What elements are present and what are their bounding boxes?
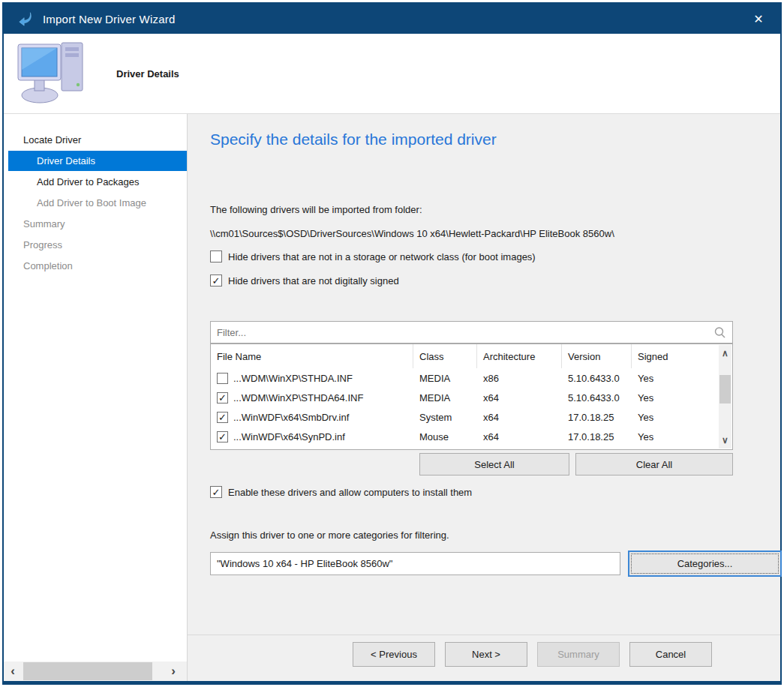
cell-signed: Yes <box>632 412 732 423</box>
hide-unsigned-checkbox[interactable] <box>210 274 222 286</box>
footer-divider <box>188 634 780 635</box>
scroll-up-icon[interactable]: ∧ <box>719 348 731 358</box>
sidebar-item-summary[interactable]: Summary <box>8 214 187 234</box>
table-row[interactable]: ...WinWDF\x64\SmbDrv.inf System x64 17.0… <box>211 407 732 427</box>
close-icon[interactable]: ✕ <box>746 4 771 34</box>
sidebar-horizontal-scrollbar[interactable]: ‹ › <box>4 662 187 681</box>
search-icon <box>713 326 726 339</box>
scrollbar-thumb[interactable] <box>23 662 152 680</box>
hide-storage-checkbox[interactable] <box>210 250 222 262</box>
column-class[interactable]: Class <box>413 344 477 368</box>
column-architecture[interactable]: Architecture <box>477 344 562 368</box>
computer-icon <box>14 40 98 106</box>
assign-categories-label: Assign this driver to one or more catego… <box>210 530 449 541</box>
cell-architecture: x64 <box>477 412 562 423</box>
cell-architecture: x86 <box>477 373 562 384</box>
sidebar-item-driver-details[interactable]: Driver Details <box>8 151 187 171</box>
category-field[interactable] <box>210 552 620 575</box>
cell-version: 5.10.6433.0 <box>562 373 632 384</box>
next-button[interactable]: Next > <box>445 642 527 667</box>
categories-button[interactable]: Categories... <box>628 550 782 577</box>
cell-signed: Yes <box>632 373 732 384</box>
main-content: Specify the details for the imported dri… <box>188 114 780 681</box>
folder-intro-label: The following drivers will be imported f… <box>210 204 422 215</box>
cell-file-name: ...WinWDF\x64\SynPD.inf <box>233 431 345 442</box>
cell-architecture: x64 <box>477 392 562 404</box>
page-title: Driver Details <box>116 68 179 80</box>
clear-all-button[interactable]: Clear All <box>575 453 733 476</box>
table-row[interactable]: ...WDM\WinXP\STHDA.INF MEDIA x86 5.10.64… <box>211 368 732 388</box>
row-checkbox[interactable] <box>217 373 228 384</box>
hide-storage-label: Hide drivers that are not in a storage o… <box>228 251 536 262</box>
previous-button[interactable]: < Previous <box>353 642 435 667</box>
filter-input[interactable] <box>211 327 713 338</box>
driver-table: File Name Class Architecture Version Sig… <box>210 344 733 450</box>
cancel-button[interactable]: Cancel <box>629 642 712 667</box>
table-row[interactable]: ...WDM\WinXP\STHDA64.INF MEDIA x64 5.10.… <box>211 388 732 407</box>
table-vertical-scrollbar[interactable]: ∧ ∨ <box>719 345 731 448</box>
cell-version: 17.0.18.25 <box>562 412 632 423</box>
column-version[interactable]: Version <box>562 344 632 368</box>
enable-drivers-label: Enable these drivers and allow computers… <box>228 487 472 498</box>
content-heading: Specify the details for the imported dri… <box>210 130 497 148</box>
cell-version: 17.0.18.25 <box>562 431 632 442</box>
folder-path: \\cm01\Sources$\OSD\DriverSources\Window… <box>210 228 614 239</box>
table-row[interactable]: ...WinWDF\x64\SynPD.inf Mouse x64 17.0.1… <box>211 427 732 446</box>
cell-class: MEDIA <box>413 373 477 384</box>
cell-class: Mouse <box>413 431 477 442</box>
window-title: Import New Driver Wizard <box>43 13 746 26</box>
cell-signed: Yes <box>632 431 732 442</box>
table-header: File Name Class Architecture Version Sig… <box>211 344 732 368</box>
column-file-name[interactable]: File Name <box>211 344 413 368</box>
row-checkbox[interactable] <box>217 392 228 404</box>
cell-signed: Yes <box>632 392 732 404</box>
cell-class: System <box>413 412 477 423</box>
scroll-right-icon[interactable]: › <box>164 664 182 679</box>
wizard-window: Import New Driver Wizard ✕ Driver Detail… <box>2 2 782 685</box>
cell-file-name: ...WinWDF\x64\SmbDrv.inf <box>233 412 349 423</box>
sidebar-item-add-driver-to-packages[interactable]: Add Driver to Packages <box>8 172 187 192</box>
title-bar: Import New Driver Wizard ✕ <box>4 4 780 34</box>
sidebar-item-locate-driver[interactable]: Locate Driver <box>8 130 187 150</box>
cell-file-name: ...WDM\WinXP\STHDA.INF <box>233 373 353 384</box>
column-signed[interactable]: Signed <box>632 344 732 368</box>
filter-box <box>210 321 733 344</box>
cell-architecture: x64 <box>477 431 562 442</box>
scrollbar-thumb[interactable] <box>719 375 731 404</box>
cell-file-name: ...WDM\WinXP\STHDA64.INF <box>233 392 363 404</box>
wizard-header: Driver Details <box>4 34 780 114</box>
row-checkbox[interactable] <box>217 412 228 423</box>
scroll-down-icon[interactable]: ∨ <box>719 435 731 446</box>
sidebar-item-add-driver-to-boot-image[interactable]: Add Driver to Boot Image <box>8 193 187 213</box>
enable-drivers-checkbox[interactable] <box>210 486 222 498</box>
summary-button: Summary <box>537 642 620 667</box>
scroll-left-icon[interactable]: ‹ <box>4 664 22 679</box>
sidebar-item-completion[interactable]: Completion <box>8 256 187 276</box>
wizard-steps-sidebar: Locate Driver Driver Details Add Driver … <box>4 114 188 681</box>
row-checkbox[interactable] <box>217 431 228 442</box>
wizard-arrow-icon <box>17 10 34 27</box>
hide-unsigned-label: Hide drivers that are not digitally sign… <box>228 275 399 286</box>
cell-class: MEDIA <box>413 392 477 404</box>
select-all-button[interactable]: Select All <box>419 453 569 476</box>
cell-version: 5.10.6433.0 <box>562 392 632 404</box>
sidebar-item-progress[interactable]: Progress <box>8 235 187 255</box>
